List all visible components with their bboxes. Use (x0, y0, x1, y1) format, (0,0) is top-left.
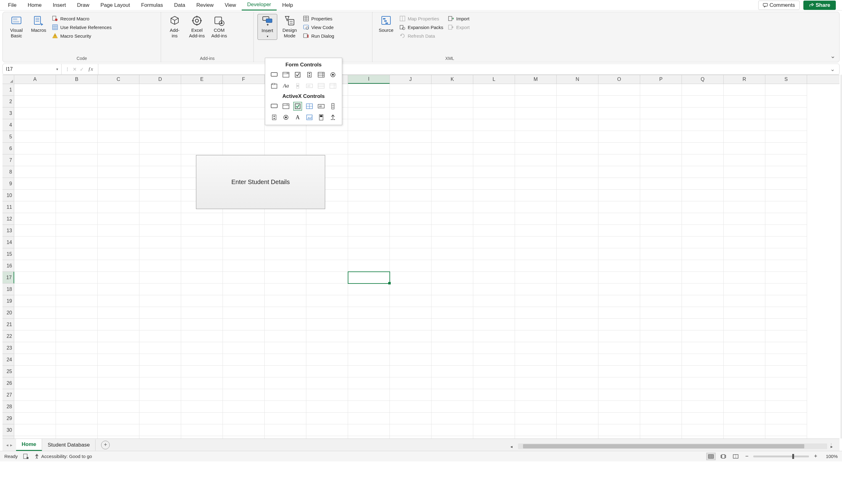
cell-C17[interactable] (98, 272, 139, 284)
cell-F23[interactable] (223, 342, 264, 354)
select-all-corner[interactable] (2, 75, 14, 84)
cell-R9[interactable] (724, 178, 765, 190)
row-header-13[interactable]: 13 (2, 225, 14, 237)
cell-F26[interactable] (223, 377, 264, 389)
cell-C21[interactable] (98, 319, 139, 330)
cell-J16[interactable] (390, 260, 431, 272)
cell-I17[interactable] (348, 272, 390, 284)
row-header-17[interactable]: 17 (2, 272, 14, 284)
cell-K21[interactable] (431, 319, 473, 330)
menu-help[interactable]: Help (277, 0, 298, 10)
row-header-15[interactable]: 15 (2, 248, 14, 260)
cell-K3[interactable] (431, 107, 473, 119)
cell-K9[interactable] (431, 178, 473, 190)
cell-N3[interactable] (557, 107, 598, 119)
cell-I29[interactable] (348, 413, 390, 424)
run-dialog-button[interactable]: Run Dialog (302, 32, 336, 39)
cell-P20[interactable] (640, 307, 682, 319)
cell-O21[interactable] (598, 319, 640, 330)
column-header-R[interactable]: R (724, 75, 765, 84)
cell-P11[interactable] (640, 201, 682, 213)
cell-F12[interactable] (223, 213, 264, 225)
menu-home[interactable]: Home (22, 0, 47, 10)
cell-E29[interactable] (181, 413, 223, 424)
cell-B20[interactable] (56, 307, 98, 319)
cell-A14[interactable] (14, 237, 56, 248)
cell-O30[interactable] (598, 424, 640, 436)
row-header-2[interactable]: 2 (2, 96, 14, 107)
cell-O24[interactable] (598, 354, 640, 366)
cell-D6[interactable] (139, 143, 181, 155)
cell-A18[interactable] (14, 284, 56, 295)
cell-Q21[interactable] (682, 319, 724, 330)
cell-D12[interactable] (139, 213, 181, 225)
cell-C2[interactable] (98, 96, 139, 107)
cell-S3[interactable] (765, 107, 807, 119)
cell-H5[interactable] (306, 131, 348, 143)
cell-B9[interactable] (56, 178, 98, 190)
row-header-18[interactable]: 18 (2, 284, 14, 295)
cell-P4[interactable] (640, 119, 682, 131)
cell-J31[interactable] (390, 436, 431, 438)
column-header-P[interactable]: P (640, 75, 682, 84)
column-header-J[interactable]: J (390, 75, 431, 84)
cell-K8[interactable] (431, 166, 473, 178)
cell-K14[interactable] (431, 237, 473, 248)
cell-H24[interactable] (306, 354, 348, 366)
cell-Q11[interactable] (682, 201, 724, 213)
cell-G6[interactable] (264, 143, 306, 155)
cell-R18[interactable] (724, 284, 765, 295)
cell-K24[interactable] (431, 354, 473, 366)
cell-S13[interactable] (765, 225, 807, 237)
cell-B12[interactable] (56, 213, 98, 225)
cell-B11[interactable] (56, 201, 98, 213)
cell-S17[interactable] (765, 272, 807, 284)
cell-G19[interactable] (264, 295, 306, 307)
cell-Q16[interactable] (682, 260, 724, 272)
cell-N21[interactable] (557, 319, 598, 330)
cell-H21[interactable] (306, 319, 348, 330)
cell-I10[interactable] (348, 190, 390, 201)
cell-J10[interactable] (390, 190, 431, 201)
ax-listbox-icon[interactable] (305, 102, 314, 111)
cell-D25[interactable] (139, 366, 181, 377)
cell-C5[interactable] (98, 131, 139, 143)
cell-B3[interactable] (56, 107, 98, 119)
cell-O14[interactable] (598, 237, 640, 248)
ax-more-icon[interactable] (329, 113, 337, 122)
cell-N14[interactable] (557, 237, 598, 248)
zoom-slider[interactable] (753, 455, 809, 457)
cell-A1[interactable] (14, 84, 56, 96)
ax-image-icon[interactable] (305, 113, 314, 122)
cell-R17[interactable] (724, 272, 765, 284)
cell-F13[interactable] (223, 225, 264, 237)
cell-S22[interactable] (765, 330, 807, 342)
cell-N26[interactable] (557, 377, 598, 389)
cell-F15[interactable] (223, 248, 264, 260)
cell-J2[interactable] (390, 96, 431, 107)
menu-formulas[interactable]: Formulas (135, 0, 169, 10)
cell-D20[interactable] (139, 307, 181, 319)
cell-M16[interactable] (515, 260, 557, 272)
cell-G14[interactable] (264, 237, 306, 248)
cell-D29[interactable] (139, 413, 181, 424)
cell-M8[interactable] (515, 166, 557, 178)
cell-B27[interactable] (56, 389, 98, 401)
cell-Q3[interactable] (682, 107, 724, 119)
cell-F25[interactable] (223, 366, 264, 377)
cell-O4[interactable] (598, 119, 640, 131)
cell-M1[interactable] (515, 84, 557, 96)
cell-S11[interactable] (765, 201, 807, 213)
use-relative-button[interactable]: Use Relative References (51, 24, 113, 31)
cell-C15[interactable] (98, 248, 139, 260)
cell-R8[interactable] (724, 166, 765, 178)
row-header-19[interactable]: 19 (2, 295, 14, 307)
cell-B16[interactable] (56, 260, 98, 272)
cell-P2[interactable] (640, 96, 682, 107)
column-header-L[interactable]: L (473, 75, 515, 84)
cell-Q28[interactable] (682, 401, 724, 413)
cell-O18[interactable] (598, 284, 640, 295)
cell-P8[interactable] (640, 166, 682, 178)
expansion-packs-button[interactable]: Expansion Packs (398, 24, 445, 31)
cell-B15[interactable] (56, 248, 98, 260)
